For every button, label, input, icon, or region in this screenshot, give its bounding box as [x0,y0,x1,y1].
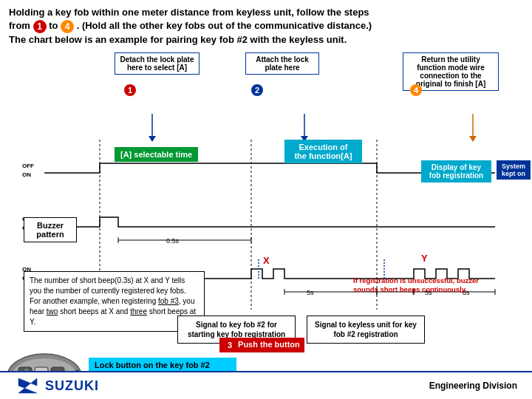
selectable-time-box: [A] selectable time [115,147,198,162]
info-text: The number of short beep(0.3s) at X and … [30,276,196,326]
footer: SUZUKI Engineering Division [0,371,532,399]
buzzer-box: Buzzer pattern [24,217,77,242]
step-badge-2: 2 [251,84,263,96]
engineering-division: Engineering Division [429,381,517,391]
badge-4: 4 [61,20,74,33]
push-label-text: Push the button [238,340,300,349]
callout-2: Attach the lock plate here [245,52,319,75]
suzuki-logo: SUZUKI [15,375,99,397]
step-badge-4: 4 [410,84,422,96]
svg-text:X: X [263,255,270,266]
svg-marker-28 [149,136,156,142]
header-text: Holding a key fob within one meter dista… [0,0,532,51]
svg-text:ON: ON [22,171,31,178]
execution-box: Execution of the function[A] [284,140,362,163]
step-3: 3 [224,339,236,351]
push-button-label: 3 Push the button [219,338,304,352]
suzuki-text: SUZUKI [45,378,99,394]
lock-button-label: Lock button on the key fob #2 [89,358,236,372]
display-box: Display of key fob registration [421,160,491,183]
header-line1: Holding a key fob within one meter dista… [9,7,369,18]
svg-text:5s: 5s [307,289,314,296]
svg-text:0.5s: 0.5s [166,237,180,245]
svg-marker-44 [18,378,37,393]
step-badge-1: 1 [124,84,136,96]
suzuki-emblem [15,375,41,397]
main-container: Holding a key fob within one meter dista… [0,0,532,399]
callout-1: Detach the lock plate here to select [A] [115,52,200,75]
diagram-area: Detach the lock plate here to select [A]… [0,51,532,399]
system-box: System kept on [497,160,531,180]
header-to: to [49,20,58,31]
signal-box-2: Signal to keyless unit for key fob #2 re… [307,316,425,344]
svg-text:OFF: OFF [22,163,34,169]
header-line3: The chart below is an example for pairin… [9,34,347,45]
header-from: from [9,20,30,31]
svg-text:Y: Y [421,253,428,264]
warning-text: If registration is unsuccessful, buzzer … [353,276,490,295]
svg-marker-32 [469,136,477,142]
badge-1: 1 [33,20,47,33]
header-line2: . (Hold all the other key fobs out of th… [77,20,372,31]
